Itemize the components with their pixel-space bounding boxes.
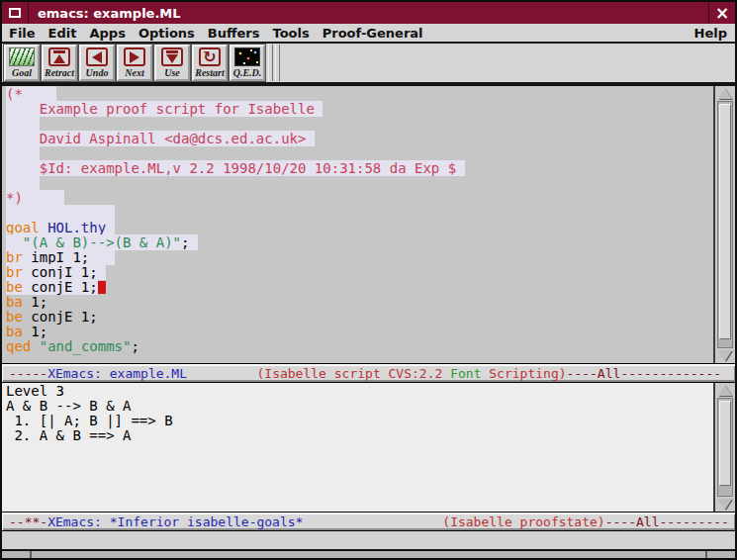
text-segment: impI 1; (23, 249, 89, 265)
script-line: br conjI 1; (6, 265, 713, 280)
script-line (6, 117, 713, 132)
text-segment: goal (6, 220, 40, 235)
script-scrollbar[interactable] (713, 86, 735, 363)
toolbar-button-restart[interactable]: ↻Restart (192, 45, 228, 81)
line-text: $Id: example.ML,v 2.2 1998/10/20 10:31:5… (6, 160, 465, 176)
toolbar-button-next[interactable]: Next (117, 45, 152, 81)
goals-scrollbar[interactable] (713, 383, 735, 512)
text-segment: ; (181, 234, 189, 250)
restart-icon: ↻ (199, 47, 221, 66)
toolbar-button-label: Retract (45, 67, 74, 78)
goals-mode-line[interactable]: --**-XEmacs: *Inferior isabelle-goals* (… (2, 512, 735, 531)
text-segment: be (6, 309, 23, 325)
text-segment: ----All--------- (605, 514, 729, 529)
menu-item-proof-general[interactable]: Proof-General (322, 26, 423, 41)
line-text: be conjE 1; (6, 279, 98, 295)
goals-line: 1. [| A; B |] ==> B (6, 414, 713, 428)
goals-line: A & B --> B & A (6, 399, 713, 414)
text-segment: conjE 1; (23, 279, 98, 295)
scrollbar-up-arrow-icon[interactable] (715, 383, 735, 398)
scrollbar-track[interactable] (717, 101, 733, 348)
resize-handle-left[interactable] (30, 551, 32, 558)
toolbar-button-goal[interactable]: Goal (4, 45, 40, 81)
text-segment (6, 234, 23, 250)
text-cursor (98, 281, 106, 294)
line-text (6, 145, 40, 161)
script-text-area[interactable]: (* Example proof script for Isabelle Dav… (2, 87, 713, 363)
text-segment: Scripting) (481, 366, 566, 381)
script-line: $Id: example.ML,v 2.2 1998/10/20 10:31:5… (6, 161, 713, 176)
scrollbar-thumb[interactable] (719, 104, 731, 339)
line-text: br impI 1; (6, 249, 115, 265)
text-segment: ; (131, 338, 138, 354)
toolbar-button-qed[interactable]: Q.E.D. (230, 45, 265, 81)
window-menu-button[interactable] (2, 2, 29, 24)
line-text: br conjI 1; (6, 264, 106, 280)
toolbar-button-undo[interactable]: Undo (79, 45, 115, 81)
scrollbar-thumb[interactable] (719, 401, 731, 486)
goals-text-area[interactable]: Level 3A & B --> B & A 1. [| A; B |] ==>… (2, 384, 713, 512)
close-button[interactable]: × (708, 2, 735, 24)
line-text: ba 1; (6, 324, 47, 339)
scrollbar-track[interactable] (717, 398, 733, 497)
text-segment: be (6, 279, 23, 295)
qed-starry-icon (234, 47, 260, 66)
script-line: David Aspinall <da@dcs.ed.ac.uk> (6, 132, 713, 146)
line-text: qed "and_comms"; (6, 338, 139, 354)
menu-item-apps[interactable]: Apps (89, 26, 125, 41)
text-segment: conjE 1; (23, 309, 98, 325)
resize-handle-right[interactable] (705, 551, 707, 558)
line-text: "(A & B)-->(B & A)"; (6, 234, 198, 250)
goals-buffer-window[interactable]: Level 3A & B --> B & A 1. [| A; B |] ==>… (2, 383, 735, 512)
text-segment (303, 514, 442, 529)
menu-item-options[interactable]: Options (138, 26, 195, 41)
text-segment: XEmacs: *Inferior isabelle-goals* (47, 514, 303, 529)
toolbar: GoalRetractUndoNextUse↻RestartQ.E.D. (2, 44, 735, 82)
text-segment: Font (450, 366, 481, 381)
menu-item-edit[interactable]: Edit (48, 26, 77, 41)
menubar-items: FileEditAppsOptionsBuffersToolsProof-Gen… (2, 26, 423, 41)
script-mode-line[interactable]: -----XEmacs: example.ML (Isabelle script… (2, 363, 735, 383)
script-line: "(A & B)-->(B & A)"; (6, 235, 713, 250)
text-segment: ----All------------- (567, 366, 722, 381)
menu-item-file[interactable]: File (9, 26, 36, 41)
text-segment: *) (6, 190, 23, 206)
close-icon: × (715, 3, 729, 23)
script-line: ba 1; (6, 325, 713, 339)
toolbar-button-retract[interactable]: Retract (42, 45, 77, 81)
menu-item-help[interactable]: Help (694, 26, 727, 41)
window-resize-bar[interactable] (2, 549, 735, 558)
line-text (6, 205, 115, 221)
retract-icon (48, 47, 70, 66)
line-text: ba 1; (6, 294, 47, 310)
text-segment: "(A & B)-->(B & A)" (23, 234, 181, 250)
scrollbar-down-arrow-icon[interactable] (715, 497, 735, 512)
line-text: goal HOL.thy (6, 220, 115, 235)
title-bar[interactable]: emacs: example.ML × (2, 2, 735, 24)
text-segment: qed (6, 338, 31, 354)
scrollbar-down-arrow-icon[interactable] (715, 348, 735, 363)
text-segment (40, 220, 47, 235)
script-line: be conjE 1; (6, 280, 713, 295)
echo-area[interactable] (2, 531, 735, 549)
text-segment: David Aspinall <da@dcs.ed.ac.uk> (6, 131, 306, 146)
next-icon (124, 47, 145, 66)
toolbar-button-label: Goal (12, 67, 32, 78)
menu-item-buffers[interactable]: Buffers (208, 26, 260, 41)
script-line: ba 1; (6, 295, 713, 310)
window-title: emacs: example.ML (29, 6, 181, 21)
scrollbar-up-arrow-icon[interactable] (715, 86, 735, 101)
text-segment: (* (6, 86, 23, 102)
script-line: *) (6, 191, 713, 206)
script-line: (* (6, 87, 713, 102)
menu-item-tools[interactable]: Tools (273, 26, 310, 41)
toolbar-button-use[interactable]: Use (154, 45, 190, 81)
text-segment: $Id: example.ML,v 2.2 1998/10/20 10:31:5… (6, 160, 456, 176)
xemacs-window: emacs: example.ML × FileEditAppsOptionsB… (0, 0, 737, 560)
script-line (6, 206, 713, 221)
text-segment: ba (6, 324, 23, 339)
script-line (6, 176, 713, 191)
toolbar-separator (275, 45, 280, 81)
toolbar-button-label: Use (164, 67, 180, 78)
script-buffer-window[interactable]: (* Example proof script for Isabelle Dav… (2, 86, 735, 363)
